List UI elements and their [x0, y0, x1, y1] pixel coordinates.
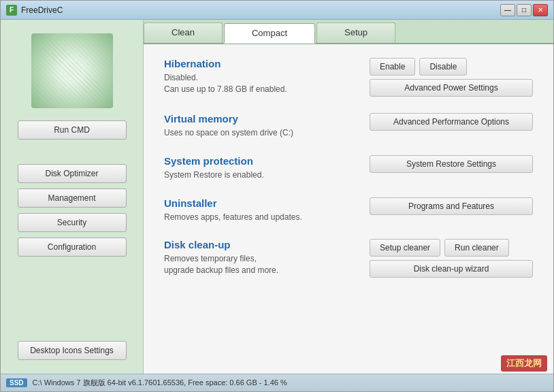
- main-window: F FreeDriveC — □ ✕ Run CMD Disk Optimize…: [0, 0, 554, 392]
- disk-cleanup-title: Disk clean-up: [164, 239, 349, 250]
- scroll-area: Hibernation Disabled. Can use up to 7.88…: [144, 44, 553, 374]
- content-area: Clean Compact Setup Hibernation Disabled…: [144, 20, 553, 374]
- system-protection-desc: System Restore is enabled.: [164, 169, 349, 181]
- window-title: FreeDriveC: [21, 5, 500, 15]
- disk-cleanup-btn-row2: Disk clean-up wizard: [370, 260, 533, 278]
- tab-setup[interactable]: Setup: [316, 22, 395, 43]
- hibernation-btn-row2: Advanced Power Settings: [370, 79, 533, 97]
- run-cleaner-button[interactable]: Run cleaner: [444, 239, 509, 257]
- maximize-button[interactable]: □: [517, 4, 532, 16]
- app-icon: F: [6, 5, 17, 16]
- system-protection-info: System protection System Restore is enab…: [164, 155, 370, 181]
- sidebar-item-management[interactable]: Management: [18, 189, 127, 208]
- section-uninstaller: Uninstaller Removes apps, features and u…: [164, 197, 533, 223]
- hibernation-buttons: Enable Disable Advanced Power Settings: [370, 58, 533, 97]
- uninstaller-info: Uninstaller Removes apps, features and u…: [164, 197, 370, 223]
- disk-cleanup-btn-row1: Setup cleaner Run cleaner: [370, 239, 533, 257]
- hibernation-title: Hibernation: [164, 58, 349, 69]
- hibernation-btn-row1: Enable Disable: [370, 58, 533, 76]
- virtual-memory-btn-row: Advanced Performance Options: [370, 113, 533, 131]
- system-protection-title: System protection: [164, 155, 349, 167]
- tab-bar: Clean Compact Setup: [144, 20, 553, 44]
- programs-features-btn-row: Programs and Features: [370, 197, 533, 215]
- sidebar-logo: [31, 33, 113, 108]
- uninstaller-desc: Removes apps, features and updates.: [164, 212, 349, 223]
- status-bar: SSD C:\ Windows 7 旗舰版 64-bit v6.1.7601.6…: [1, 374, 553, 391]
- uninstaller-title: Uninstaller: [164, 197, 349, 209]
- advanced-performance-button[interactable]: Advanced Performance Options: [370, 113, 533, 131]
- section-virtual-memory: Virtual memory Uses no space on system d…: [164, 113, 533, 139]
- hibernation-desc: Disabled. Can use up to 7.88 GB if enabl…: [164, 72, 349, 95]
- disk-wizard-button[interactable]: Disk clean-up wizard: [370, 260, 533, 278]
- setup-cleaner-button[interactable]: Setup cleaner: [370, 239, 440, 257]
- virtual-memory-info: Virtual memory Uses no space on system d…: [164, 113, 370, 139]
- system-restore-btn-row: System Restore Settings: [370, 155, 533, 173]
- virtual-memory-title: Virtual memory: [164, 113, 349, 125]
- system-protection-buttons: System Restore Settings: [370, 155, 533, 173]
- sidebar-item-configuration[interactable]: Configuration: [18, 238, 127, 257]
- minimize-button[interactable]: —: [500, 4, 515, 16]
- system-restore-button[interactable]: System Restore Settings: [370, 155, 533, 173]
- sidebar-item-security[interactable]: Security: [18, 213, 127, 232]
- advanced-power-button[interactable]: Advanced Power Settings: [370, 79, 533, 97]
- ssd-badge: SSD: [6, 378, 27, 387]
- enable-hibernation-button[interactable]: Enable: [370, 58, 415, 76]
- window-controls: — □ ✕: [500, 4, 548, 16]
- disk-cleanup-info: Disk clean-up Removes temporary files, u…: [164, 239, 370, 276]
- sidebar: Run CMD Disk Optimizer Management Securi…: [1, 20, 144, 374]
- disk-cleanup-desc: Removes temporary files, upgrade backup …: [164, 253, 349, 276]
- hibernation-info: Hibernation Disabled. Can use up to 7.88…: [164, 58, 370, 95]
- sidebar-item-disk-optimizer[interactable]: Disk Optimizer: [18, 164, 127, 183]
- sidebar-item-desktop-icons[interactable]: Desktop Icons Settings: [18, 341, 127, 360]
- tab-clean[interactable]: Clean: [144, 22, 223, 43]
- virtual-memory-desc: Uses no space on system drive (C:): [164, 127, 349, 139]
- main-content: Run CMD Disk Optimizer Management Securi…: [1, 20, 553, 374]
- sidebar-item-run-cmd[interactable]: Run CMD: [18, 120, 127, 140]
- programs-features-button[interactable]: Programs and Features: [370, 197, 533, 215]
- status-text: C:\ Windows 7 旗舰版 64-bit v6.1.7601.65536…: [33, 378, 287, 388]
- title-bar: F FreeDriveC — □ ✕: [1, 1, 553, 20]
- tab-compact[interactable]: Compact: [224, 23, 315, 44]
- section-hibernation: Hibernation Disabled. Can use up to 7.88…: [164, 58, 533, 97]
- close-button[interactable]: ✕: [533, 4, 548, 16]
- uninstaller-buttons: Programs and Features: [370, 197, 533, 215]
- disk-cleanup-buttons: Setup cleaner Run cleaner Disk clean-up …: [370, 239, 533, 278]
- virtual-memory-buttons: Advanced Performance Options: [370, 113, 533, 131]
- section-disk-cleanup: Disk clean-up Removes temporary files, u…: [164, 239, 533, 278]
- section-system-protection: System protection System Restore is enab…: [164, 155, 533, 181]
- disable-hibernation-button[interactable]: Disable: [419, 58, 467, 76]
